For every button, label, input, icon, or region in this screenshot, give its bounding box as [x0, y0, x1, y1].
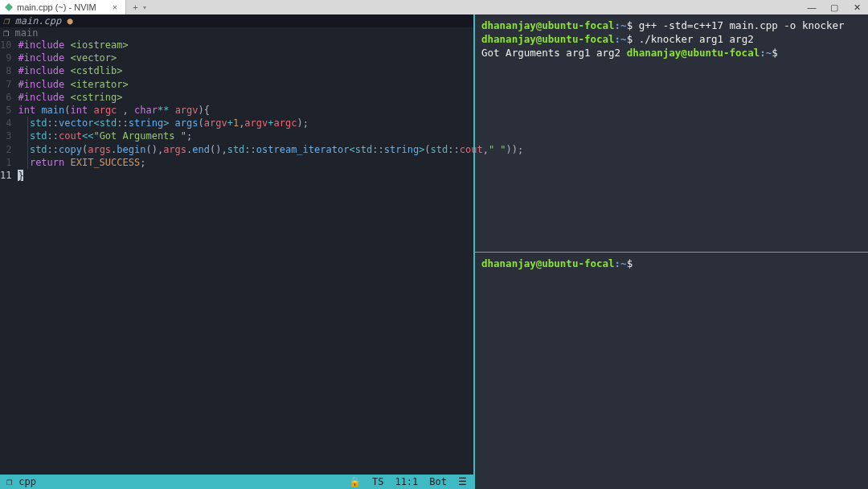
prompt-dollar: $ [627, 19, 639, 31]
prompt-dollar: $ [772, 47, 778, 59]
status-treesitter: TS [372, 476, 383, 487]
code-row: #include <vector> [18, 51, 523, 64]
window-minimize-button[interactable]: — [800, 2, 823, 12]
prompt-user: dhananjay@ubuntu-focal [627, 47, 760, 59]
code-lines[interactable]: #include <iostream>#include <vector>#inc… [18, 39, 523, 475]
code-row: return EXIT_SUCCESS; [18, 156, 523, 169]
status-cursor-pos: 11:1 [395, 476, 418, 487]
tab-close-icon[interactable]: × [113, 3, 117, 12]
buffer-filename: main.cpp [14, 15, 61, 27]
gutter: 1098765432111 [0, 39, 18, 475]
code-row: std::vector<std::string> args(argv+1,arg… [18, 117, 523, 129]
tab-app-icon [5, 3, 13, 11]
prompt-dollar: $ [627, 33, 639, 45]
prompt-colon: : [615, 19, 621, 31]
buffer-header: ❐ main.cpp ● [0, 14, 473, 27]
modified-indicator: ● [68, 15, 73, 27]
terminal-line: Got Arguments arg1 arg2 dhananjay@ubuntu… [481, 47, 862, 60]
new-tab-button[interactable]: + ▾ [126, 2, 152, 12]
buffer-icon: ❐ [3, 15, 9, 27]
editor-pane[interactable]: ❐ main.cpp ● ❐ main 1098765432111 #inclu… [0, 14, 473, 489]
outline-header: ❐ main [0, 27, 473, 39]
status-filetype: cpp [18, 476, 36, 487]
code-area[interactable]: 1098765432111 #include <iostream>#includ… [0, 39, 473, 475]
prompt-colon: : [615, 33, 621, 45]
code-row: #include <iostream> [18, 39, 523, 51]
prompt-path: ~ [620, 33, 627, 45]
plus-icon: + [133, 2, 137, 12]
terminal-line: dhananjay@ubuntu-focal:~$ [481, 257, 862, 271]
status-buffer-icon: ❐ [6, 476, 12, 487]
terminal-bottom[interactable]: dhananjay@ubuntu-focal:~$ [475, 253, 868, 490]
code-row: #include <cstdlib> [18, 64, 523, 77]
window-maximize-button[interactable]: ▢ [823, 2, 845, 13]
window-tab[interactable]: main.cpp (~) - NVIM × [0, 0, 126, 14]
code-row: int main(int argc , char** argv){ [18, 104, 523, 117]
terminal-line: dhananjay@ubuntu-focal:~$ g++ -std=c++17… [481, 19, 862, 33]
prompt-path: ~ [620, 257, 627, 269]
terminal-top[interactable]: dhananjay@ubuntu-focal:~$ g++ -std=c++17… [475, 14, 868, 252]
window-titlebar: main.cpp (~) - NVIM × + ▾ — ▢ ✕ [0, 0, 868, 14]
svg-marker-0 [5, 3, 13, 11]
code-row: std::copy(args.begin(),args.end(),std::o… [18, 143, 523, 156]
prompt-colon: : [615, 257, 621, 269]
terminal-panes: dhananjay@ubuntu-focal:~$ g++ -std=c++17… [475, 14, 868, 489]
code-row: std::cout<<"Got Arguments "; [18, 129, 523, 142]
workspace: ❐ main.cpp ● ❐ main 1098765432111 #inclu… [0, 14, 868, 489]
terminal-line: dhananjay@ubuntu-focal:~$ ./knocker arg1… [481, 33, 862, 47]
status-lock-icon: 🔒 [349, 476, 361, 487]
terminal-command: g++ -std=c++17 main.cpp -o knocker [639, 19, 845, 31]
chevron-down-icon: ▾ [143, 4, 146, 11]
editor-statusbar: ❐ cpp 🔒 TS 11:1 Bot ☰ [0, 475, 473, 489]
code-row: #include <iterator> [18, 78, 523, 91]
terminal-command: ./knocker arg1 arg2 [639, 33, 754, 45]
code-row: #include <cstring> [18, 91, 523, 104]
prompt-colon: : [760, 47, 766, 59]
code-row: } [18, 169, 523, 182]
prompt-dollar: $ [627, 257, 633, 269]
status-scroll: Bot [429, 476, 447, 487]
window-close-button[interactable]: ✕ [845, 2, 868, 13]
prompt-user: dhananjay@ubuntu-focal [481, 19, 615, 31]
prompt-path: ~ [620, 19, 627, 31]
outline-icon: ❐ [3, 27, 9, 39]
tab-title: main.cpp (~) - NVIM [17, 2, 96, 12]
status-menu-icon: ☰ [458, 476, 467, 487]
outline-symbol: main [14, 27, 38, 39]
